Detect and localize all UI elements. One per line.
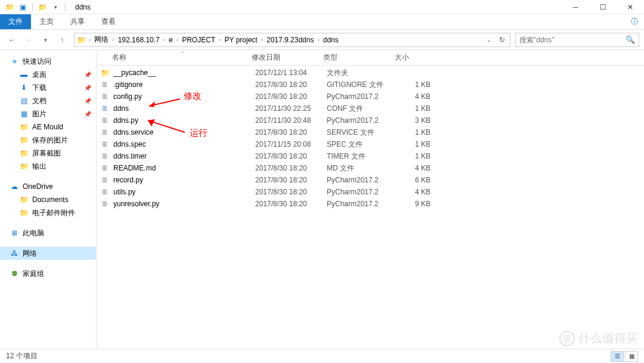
file-size: 1 KB xyxy=(398,80,446,89)
folder-icon: 📁 xyxy=(19,122,29,132)
breadcrumb-item[interactable]: PY project xyxy=(222,33,260,46)
close-button[interactable]: ✕ xyxy=(617,0,644,14)
search-box[interactable]: 🔍 xyxy=(515,33,639,47)
file-date: 2017/8/30 18:20 xyxy=(255,128,327,136)
file-row[interactable]: 🗎ddns.spec2017/11/15 20:08SPEC 文件1 KB xyxy=(97,138,644,150)
qat-dropdown-icon[interactable]: ▾ xyxy=(51,2,60,12)
file-date: 2017/11/30 22:25 xyxy=(255,104,327,113)
file-row[interactable]: 🗎ddns.service2017/8/30 18:20SERVICE 文件1 … xyxy=(97,126,644,138)
breadcrumb-item[interactable]: 2017.9.23ddns xyxy=(264,33,316,46)
conf-file-icon: 🗎 xyxy=(100,104,110,113)
chevron-right-icon[interactable]: › xyxy=(175,36,179,43)
chevron-right-icon[interactable]: › xyxy=(111,36,115,43)
chevron-right-icon[interactable]: › xyxy=(316,36,320,43)
watermark: 值 什么值得买 xyxy=(559,330,638,346)
search-input[interactable] xyxy=(519,36,626,44)
chevron-right-icon[interactable]: › xyxy=(260,36,264,43)
breadcrumb-item[interactable]: PROJECT xyxy=(179,33,218,46)
address-bar[interactable]: 📁 › 网络 › 192.168.10.7 › e › PROJECT › PY… xyxy=(74,33,510,47)
file-icon: 🗎 xyxy=(100,139,110,149)
file-date: 2017/8/30 18:20 xyxy=(255,80,327,89)
tree-item-folder[interactable]: 📁电子邮件附件 xyxy=(0,206,96,219)
file-row[interactable]: 🗎README.md2017/8/30 18:20MD 文件4 KB xyxy=(97,162,644,174)
folder-icon: 📁 xyxy=(19,148,29,158)
chevron-right-icon[interactable]: › xyxy=(88,36,92,43)
tree-item-downloads[interactable]: ⬇下载📌 xyxy=(0,81,96,94)
pin-icon: 📌 xyxy=(84,98,91,104)
tree-item-folder[interactable]: 📁输出 xyxy=(0,160,96,173)
file-row[interactable]: 🗎config.py2017/8/30 18:20PyCharm2017.24 … xyxy=(97,91,644,103)
tree-quick-access[interactable]: ★ 快速访问 xyxy=(0,55,96,68)
file-type: PyCharm2017.2 xyxy=(327,188,398,196)
refresh-button[interactable]: ↻ xyxy=(496,36,509,44)
file-row[interactable]: 🗎ddns2017/11/30 22:25CONF 文件1 KB xyxy=(97,103,644,114)
tree-onedrive[interactable]: ☁OneDrive xyxy=(0,180,96,193)
thumbnails-view-button[interactable]: ▦ xyxy=(625,351,638,362)
column-type[interactable]: 类型 xyxy=(323,52,395,63)
tab-home[interactable]: 主页 xyxy=(31,14,62,29)
file-type: SPEC 文件 xyxy=(327,139,398,150)
folder-icon: 📁 xyxy=(19,195,29,204)
file-row[interactable]: 🗎record.py2017/8/30 18:20PyCharm2017.26 … xyxy=(97,174,644,186)
column-size[interactable]: 大小 xyxy=(395,52,442,63)
file-type: PyCharm2017.2 xyxy=(327,200,398,208)
tree-label: 文档 xyxy=(32,96,47,106)
view-switcher: ☰ ▦ xyxy=(611,351,638,362)
minimize-button[interactable]: ─ xyxy=(562,0,589,14)
column-date[interactable]: 修改日期 xyxy=(252,52,323,63)
tree-item-desktop[interactable]: ▬桌面📌 xyxy=(0,68,96,81)
breadcrumb-item[interactable]: 192.168.10.7 xyxy=(116,33,162,46)
column-name[interactable]: 名称 xyxy=(97,52,252,63)
tree-network[interactable]: 🖧网络 xyxy=(0,247,96,260)
tree-item-folder[interactable]: 📁保存的图片 xyxy=(0,134,96,147)
sort-indicator-icon: ⌃ xyxy=(180,51,185,57)
breadcrumb-item[interactable]: ddns xyxy=(321,33,341,46)
forward-button[interactable]: → xyxy=(21,33,36,47)
file-row[interactable]: 🗎.gitignore2017/8/30 18:20GITIGNORE 文件1 … xyxy=(97,79,644,91)
file-row[interactable]: 📁__pycache__2017/12/1 13:04文件夹 xyxy=(97,67,644,79)
address-dropdown-icon[interactable]: ⌄ xyxy=(482,36,496,44)
python-file-icon: 🗎 xyxy=(100,92,110,101)
new-folder-icon[interactable]: 📁 xyxy=(38,2,47,12)
file-date: 2017/12/1 13:04 xyxy=(255,69,327,77)
tab-file[interactable]: 文件 xyxy=(0,14,31,29)
file-row[interactable]: 🗎ddns.timer2017/8/30 18:20TIMER 文件1 KB xyxy=(97,150,644,162)
tree-thispc[interactable]: 🖥此电脑 xyxy=(0,227,96,240)
file-type: PyCharm2017.2 xyxy=(327,176,398,184)
tree-item-folder[interactable]: 📁AE Mould xyxy=(0,120,96,134)
back-button[interactable]: ← xyxy=(5,33,19,47)
file-row[interactable]: 🗎ddns.py2017/11/30 20:48PyCharm2017.23 K… xyxy=(97,114,644,126)
file-date: 2017/11/30 20:48 xyxy=(255,116,327,125)
breadcrumb-item[interactable]: 网络 xyxy=(92,33,111,46)
file-name: record.py xyxy=(113,176,143,184)
tree-item-folder[interactable]: 📁屏幕截图 xyxy=(0,147,96,160)
tab-view[interactable]: 查看 xyxy=(93,14,124,29)
chevron-right-icon[interactable]: › xyxy=(218,36,222,43)
tree-item-documents[interactable]: ▤文档📌 xyxy=(0,94,96,107)
pin-icon: 📌 xyxy=(84,85,91,91)
tree-label: 快速访问 xyxy=(23,57,51,67)
tree-item-folder[interactable]: 📁Documents xyxy=(0,193,96,206)
history-dropdown[interactable]: ▾ xyxy=(38,33,52,47)
search-icon[interactable]: 🔍 xyxy=(626,35,635,44)
up-button[interactable]: ↑ xyxy=(55,33,69,47)
title-bar: 📁 ▣ 📁 ▾ ddns ─ ☐ ✕ xyxy=(0,0,644,14)
file-type: SERVICE 文件 xyxy=(327,128,398,138)
tree-item-pictures[interactable]: ▦图片📌 xyxy=(0,107,96,120)
ribbon-help-icon[interactable]: ⓘ xyxy=(625,14,644,29)
file-size: 4 KB xyxy=(398,92,446,101)
maximize-button[interactable]: ☐ xyxy=(589,0,617,14)
file-name: config.py xyxy=(113,92,142,101)
tree-homegroup[interactable]: ⚉家庭组 xyxy=(0,267,96,280)
properties-icon[interactable]: ▣ xyxy=(18,2,27,12)
breadcrumb-item[interactable]: e xyxy=(166,33,175,46)
window-controls: ─ ☐ ✕ xyxy=(562,0,644,14)
file-row[interactable]: 🗎yunresolver.py2017/8/30 18:20PyCharm201… xyxy=(97,198,644,210)
chevron-right-icon[interactable]: › xyxy=(162,36,166,43)
details-view-button[interactable]: ☰ xyxy=(611,351,624,362)
folder-icon: 📁 xyxy=(100,68,110,77)
file-size: 4 KB xyxy=(398,188,446,196)
file-name: ddns xyxy=(113,104,129,113)
tab-share[interactable]: 共享 xyxy=(62,14,93,29)
file-row[interactable]: 🗎utils.py2017/8/30 18:20PyCharm2017.24 K… xyxy=(97,186,644,198)
